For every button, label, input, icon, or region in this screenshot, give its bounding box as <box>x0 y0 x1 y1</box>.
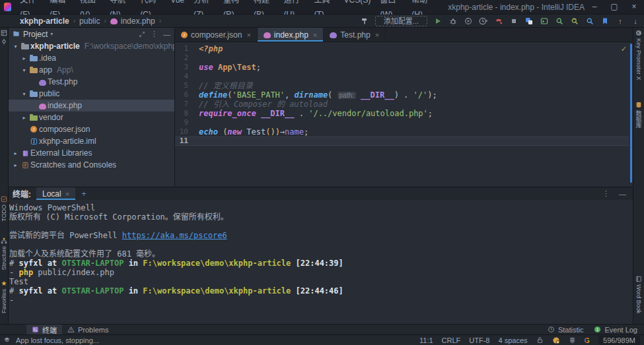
code-line-2: 2 <box>175 53 629 63</box>
event-log-button[interactable]: 1 Event Log <box>594 325 637 335</box>
terminal-panel: 终端: Local × + ⋮ — Windows PowerShell版权所有… <box>9 187 633 324</box>
statistic-button[interactable]: Statistic <box>548 325 584 335</box>
line-number: 9 <box>175 118 194 127</box>
profiler-icon[interactable] <box>479 16 488 26</box>
terminal-text: at <box>43 286 62 296</box>
tree-item-xkphp-article[interactable]: ▾xkphp-articleF:\workspace\demo\xkphp-ar… <box>9 40 174 52</box>
tree-chevron-icon[interactable]: ▸ <box>11 162 20 168</box>
debug-icon[interactable] <box>448 16 458 26</box>
inspection-status-icon[interactable]: ✓ <box>621 45 627 53</box>
hide-panel-icon[interactable]: — <box>163 30 170 38</box>
terminal-output[interactable]: Windows PowerShell版权所有 (C) Microsoft Cor… <box>9 200 633 305</box>
encoding-selector[interactable]: UTF-8 <box>469 336 489 344</box>
terminal-tab-local[interactable]: Local × <box>36 187 75 200</box>
tool-window-terminal[interactable]: 终端 <box>26 325 62 335</box>
caret-position[interactable]: 11:1 <box>419 336 433 344</box>
tool-strip-todo[interactable]: TODO <box>0 196 8 222</box>
options-kebab-icon[interactable]: ⋮ <box>602 189 610 198</box>
bookmark-icon[interactable] <box>600 16 610 26</box>
options-kebab-icon[interactable]: ⋮ <box>151 30 158 38</box>
breadcrumb-item-index.php[interactable]: index.php <box>121 16 155 26</box>
code-token: '/../vendor/autoload.php' <box>308 109 428 118</box>
code-token: . <box>295 109 309 118</box>
run-icon[interactable] <box>433 16 443 26</box>
close-icon[interactable]: × <box>246 31 250 39</box>
tree-chevron-icon[interactable]: ▾ <box>20 91 28 97</box>
editor-tab-index.php[interactable]: index.php× <box>258 28 324 42</box>
tool-window-problems[interactable]: Problems <box>62 325 114 335</box>
run-anything-icon[interactable] <box>540 16 549 26</box>
search-everywhere-icon[interactable] <box>585 16 594 26</box>
editor-scrollbar[interactable] <box>630 44 632 183</box>
project-panel-title[interactable]: Project <box>23 30 48 39</box>
close-button[interactable]: × <box>624 0 644 15</box>
code-line-11: 11 <box>175 137 629 146</box>
find-in-files-icon[interactable] <box>555 16 564 26</box>
editor-tab-Test.php[interactable]: Test.php× <box>324 28 386 42</box>
tree-item-app[interactable]: ▾appApp\ <box>9 64 174 76</box>
tree-item-xkphp-article.iml[interactable]: xkphp-article.iml <box>9 135 174 147</box>
hide-panel-icon[interactable]: — <box>619 190 626 198</box>
close-icon[interactable]: × <box>65 190 69 198</box>
tree-item-vendor[interactable]: ▸vendor <box>9 111 174 123</box>
code-token <box>356 90 361 100</box>
indent-selector[interactable]: 4 spaces <box>498 336 527 344</box>
tree-item-Test.php[interactable]: Test.php <box>9 76 174 88</box>
editor-tab-composer.json[interactable]: ♪composer.json× <box>175 28 258 42</box>
lock-icon[interactable] <box>536 336 544 344</box>
google-translate-icon[interactable]: G <box>585 336 590 344</box>
run-with-coverage-icon[interactable] <box>464 16 473 26</box>
tab-label: composer.json <box>191 30 242 40</box>
attach-debugger-icon[interactable] <box>494 16 503 26</box>
translate-icon[interactable] <box>524 16 534 26</box>
stop-icon[interactable] <box>509 16 519 26</box>
tool-strip-structure[interactable]: Structure <box>0 237 8 270</box>
tool-strip-key-promoter[interactable]: Key Promoter X <box>633 30 644 80</box>
code-editor[interactable]: 1<?php23use App\Test;45// 定义根目录6define('… <box>175 43 629 187</box>
ext-lib-icon <box>20 150 30 157</box>
tool-strip-favorites[interactable]: ★Favorites <box>0 280 8 313</box>
breadcrumb-item-public[interactable]: public <box>79 16 100 26</box>
navigate-up-icon[interactable]: ↑ <box>616 16 625 26</box>
replace-in-files-icon[interactable] <box>570 16 579 26</box>
line-ending-selector[interactable]: CRLF <box>442 336 461 344</box>
tree-chevron-icon[interactable]: ▸ <box>20 55 28 61</box>
terminal-link[interactable]: https://aka.ms/pscore6 <box>122 231 227 240</box>
new-terminal-session-icon[interactable]: + <box>81 189 87 199</box>
tree-item-.idea[interactable]: ▸.idea <box>9 52 174 64</box>
tool-strip-database[interactable]: 数据库 <box>633 102 644 128</box>
run-config-selector[interactable]: 添加配置... <box>375 16 427 26</box>
chevron-right-icon: › <box>159 17 161 24</box>
tree-item-public[interactable]: ▾public <box>9 88 174 100</box>
plugin-notification-icon[interactable] <box>552 336 560 344</box>
navigate-down-icon[interactable]: ↓ <box>631 16 640 26</box>
tree-item-composer.json[interactable]: ♪composer.json <box>9 123 174 135</box>
close-icon[interactable]: × <box>313 31 317 39</box>
terminal-line: # syfxl at OTSTAR-LAPTOP in F:\workspace… <box>9 259 633 268</box>
tool-strip-word-book[interactable]: Word Book <box>633 276 644 313</box>
memory-indicator[interactable]: 596/989M <box>598 336 640 345</box>
code-token: name <box>285 127 304 137</box>
maximize-button[interactable]: ▢ <box>604 0 624 15</box>
commit-tool-icon[interactable] <box>1 38 7 45</box>
breadcrumb-item-xkphp-article[interactable]: xkphp-article <box>20 16 69 26</box>
project-tool-icon[interactable] <box>1 30 7 36</box>
tree-item-index.php[interactable]: index.php <box>9 100 174 111</box>
tree-chevron-icon[interactable]: ▾ <box>11 44 20 49</box>
background-tasks-icon[interactable] <box>3 336 11 344</box>
close-icon[interactable]: × <box>375 31 379 39</box>
tree-chevron-icon[interactable]: ▸ <box>11 150 20 156</box>
device-icon[interactable] <box>569 336 576 344</box>
line-number: 7 <box>175 100 194 109</box>
tree-item-External Libraries[interactable]: ▸External Libraries <box>9 147 174 159</box>
terminal-text: [22:44:46] <box>291 286 343 296</box>
code-token: ) <box>275 127 280 137</box>
minimize-button[interactable]: – <box>585 0 604 15</box>
collapse-panel-icon[interactable] <box>139 31 145 38</box>
build-hammer-icon[interactable] <box>360 16 369 26</box>
tree-chevron-icon[interactable]: ▸ <box>20 115 28 121</box>
tree-item-Scratches and Consoles[interactable]: ▸Scratches and Consoles <box>9 159 174 171</box>
chevron-down-icon[interactable]: ▾ <box>50 31 53 37</box>
php-file-icon <box>110 18 118 24</box>
tree-chevron-icon[interactable]: ▾ <box>20 67 28 73</box>
